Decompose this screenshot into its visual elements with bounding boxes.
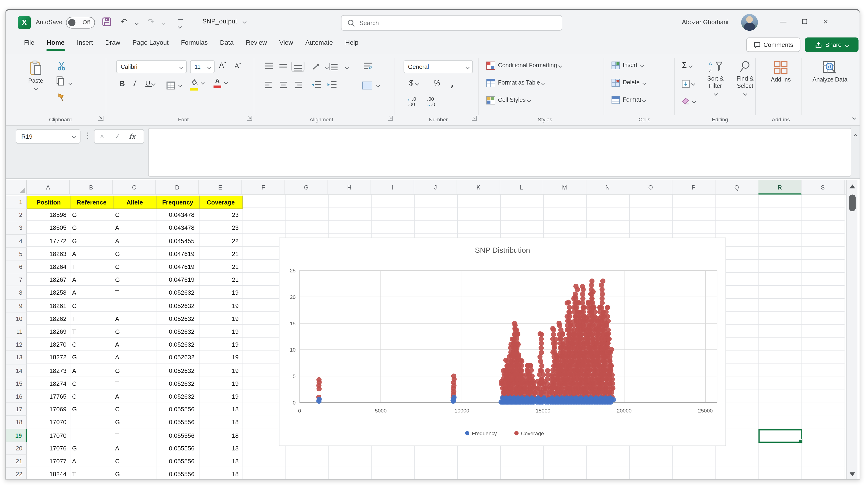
- data-cell[interactable]: 0.052632: [156, 286, 199, 299]
- column-header-L[interactable]: L: [500, 180, 543, 194]
- data-cell[interactable]: 21: [199, 248, 242, 261]
- data-cell[interactable]: 0.055556: [156, 442, 199, 455]
- save-icon[interactable]: [102, 17, 112, 27]
- share-button[interactable]: Share: [805, 37, 859, 52]
- data-cell[interactable]: C: [113, 209, 156, 222]
- comments-button[interactable]: Comments: [746, 37, 800, 52]
- vertical-align-icons[interactable]: [265, 62, 343, 72]
- data-cell[interactable]: 0.055556: [156, 468, 199, 480]
- alignment-dialog-launcher[interactable]: ↘: [388, 116, 393, 121]
- formula-bar-grip[interactable]: [87, 133, 89, 141]
- data-cell[interactable]: 18262: [27, 312, 70, 325]
- currency-button[interactable]: $: [409, 78, 419, 87]
- data-cell[interactable]: 0.047619: [156, 261, 199, 273]
- scrollbar-thumb[interactable]: [849, 194, 856, 211]
- data-cell[interactable]: A: [113, 338, 156, 351]
- data-cell[interactable]: 18264: [27, 261, 70, 273]
- excel-app-icon[interactable]: X: [18, 16, 31, 29]
- data-cell[interactable]: A: [113, 390, 156, 403]
- data-cell[interactable]: A: [70, 364, 113, 377]
- data-cell[interactable]: 0.045455: [156, 234, 199, 247]
- data-cell[interactable]: G: [113, 468, 156, 480]
- row-header-20[interactable]: 20: [6, 442, 27, 455]
- data-cell[interactable]: 18: [199, 403, 242, 416]
- clipboard-dialog-launcher[interactable]: ↘: [98, 116, 103, 121]
- autosave-toggle[interactable]: Off: [66, 17, 95, 28]
- tab-formulas[interactable]: Formulas: [175, 36, 214, 53]
- increase-font-icon[interactable]: Aˆ: [219, 61, 226, 69]
- data-cell[interactable]: 18272: [27, 352, 70, 364]
- data-cell[interactable]: 0.055556: [156, 429, 199, 442]
- name-box[interactable]: R19: [16, 129, 81, 144]
- row-header-21[interactable]: 21: [6, 455, 27, 468]
- data-cell[interactable]: 0.052632: [156, 390, 199, 403]
- header-cell-frequency[interactable]: Frequency: [156, 195, 199, 209]
- row-header-9[interactable]: 9: [6, 299, 27, 312]
- data-cell[interactable]: 18: [199, 442, 242, 455]
- data-cell[interactable]: C: [70, 299, 113, 312]
- data-cell[interactable]: T: [113, 377, 156, 390]
- data-cell[interactable]: 18: [199, 429, 242, 442]
- format-as-table-button[interactable]: Format as Table: [486, 79, 544, 87]
- data-cell[interactable]: 19: [199, 364, 242, 377]
- avatar[interactable]: [741, 14, 758, 31]
- column-header-C[interactable]: C: [113, 180, 156, 194]
- data-cell[interactable]: 18270: [27, 338, 70, 351]
- collapse-ribbon-icon[interactable]: [852, 116, 856, 120]
- data-cell[interactable]: 17772: [27, 234, 70, 247]
- row-header-1[interactable]: 1: [6, 195, 27, 208]
- font-size-select[interactable]: 11: [190, 60, 214, 73]
- customize-toolbar-icon[interactable]: [178, 19, 183, 32]
- cancel-entry-icon[interactable]: ×: [100, 130, 104, 143]
- copy-button[interactable]: [56, 76, 72, 88]
- column-header-G[interactable]: G: [285, 180, 328, 194]
- column-header-P[interactable]: P: [672, 180, 715, 194]
- data-cell[interactable]: G: [113, 364, 156, 377]
- column-header-S[interactable]: S: [802, 180, 845, 194]
- data-cell[interactable]: A: [113, 442, 156, 455]
- row-header-16[interactable]: 16: [6, 390, 27, 403]
- data-cell[interactable]: 18: [199, 455, 242, 468]
- header-cell-coverage[interactable]: Coverage: [199, 195, 243, 209]
- data-cell[interactable]: A: [70, 455, 113, 468]
- font-name-select[interactable]: Calibri: [116, 60, 187, 73]
- insert-function-icon[interactable]: fx: [129, 130, 135, 143]
- find-select-button[interactable]: Find & Select: [731, 60, 759, 96]
- insert-cells-button[interactable]: Insert: [612, 62, 643, 70]
- data-cell[interactable]: 0.047619: [156, 273, 199, 286]
- text-direction-dropdown-icon[interactable]: [345, 65, 349, 69]
- data-cell[interactable]: 19: [199, 299, 242, 312]
- data-cell[interactable]: 19: [199, 338, 242, 351]
- conditional-formatting-button[interactable]: Conditional Formatting: [486, 62, 561, 70]
- active-cell-R19[interactable]: [758, 429, 802, 443]
- tab-page-layout[interactable]: Page Layout: [127, 36, 175, 53]
- data-cell[interactable]: 18267: [27, 273, 70, 286]
- row-header-19[interactable]: 19: [6, 429, 27, 442]
- tab-draw[interactable]: Draw: [99, 36, 127, 53]
- minimize-button[interactable]: [776, 16, 790, 29]
- data-cell[interactable]: C: [70, 338, 113, 351]
- column-header-Q[interactable]: Q: [715, 180, 759, 194]
- autosum-button[interactable]: Σ: [682, 60, 692, 69]
- data-cell[interactable]: 23: [199, 209, 242, 222]
- data-cell[interactable]: 0.043478: [156, 222, 199, 234]
- number-dialog-launcher[interactable]: ↘: [472, 116, 477, 121]
- row-header-17[interactable]: 17: [6, 403, 27, 416]
- header-cell-position[interactable]: Position: [27, 195, 71, 209]
- row-header-6[interactable]: 6: [6, 261, 27, 273]
- data-cell[interactable]: 0.052632: [156, 338, 199, 351]
- merge-center-button[interactable]: [362, 80, 380, 90]
- data-cell[interactable]: 0.055556: [156, 416, 199, 429]
- data-cell[interactable]: A: [70, 273, 113, 286]
- data-cell[interactable]: 18258: [27, 286, 70, 299]
- column-header-F[interactable]: F: [242, 180, 285, 194]
- format-painter-button[interactable]: [57, 93, 66, 105]
- data-cell[interactable]: 19: [199, 325, 242, 338]
- row-header-7[interactable]: 7: [6, 273, 27, 286]
- row-header-12[interactable]: 12: [6, 338, 27, 351]
- data-cell[interactable]: 18605: [27, 222, 70, 234]
- tab-view[interactable]: View: [273, 36, 299, 53]
- data-cell[interactable]: G: [70, 222, 113, 234]
- data-cell[interactable]: 21: [199, 261, 242, 273]
- data-cell[interactable]: T: [70, 261, 113, 273]
